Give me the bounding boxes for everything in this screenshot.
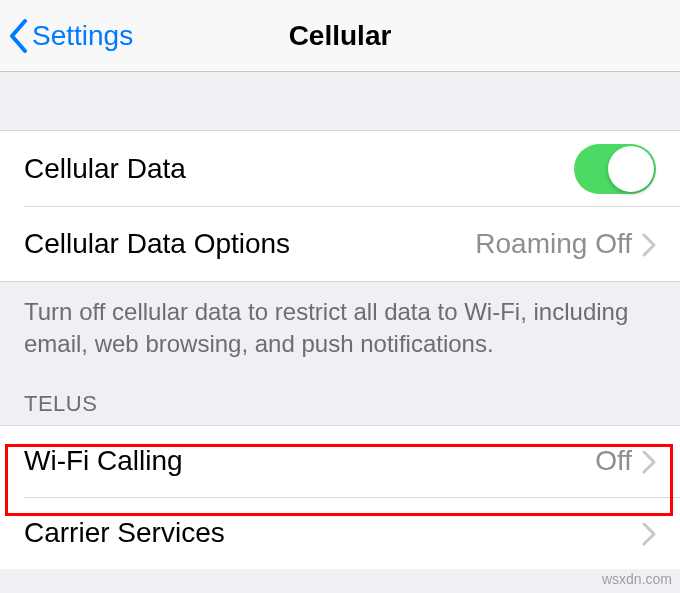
cellular-data-options-row[interactable]: Cellular Data Options Roaming Off	[0, 206, 680, 282]
wifi-calling-row[interactable]: Wi-Fi Calling Off	[0, 425, 680, 497]
cellular-data-label: Cellular Data	[24, 153, 186, 185]
chevron-right-icon	[642, 521, 656, 545]
cellular-data-options-label: Cellular Data Options	[24, 228, 290, 260]
switch-knob	[608, 146, 654, 192]
cellular-data-options-value: Roaming Off	[475, 228, 632, 260]
watermark: wsxdn.com	[602, 571, 672, 587]
cell-right	[642, 521, 656, 545]
cell-right: Off	[595, 445, 656, 477]
wifi-calling-label: Wi-Fi Calling	[24, 445, 183, 477]
cellular-data-row[interactable]: Cellular Data	[0, 130, 680, 206]
wifi-calling-value: Off	[595, 445, 632, 477]
group-footer-text: Turn off cellular data to restrict all d…	[0, 282, 680, 361]
group-spacer	[0, 72, 680, 130]
page-title: Cellular	[289, 20, 392, 52]
chevron-right-icon	[642, 232, 656, 256]
back-button[interactable]: Settings	[0, 19, 133, 53]
cell-right: Roaming Off	[475, 228, 656, 260]
section-header-telus: TELUS	[0, 361, 680, 425]
carrier-services-row[interactable]: Carrier Services	[0, 497, 680, 569]
carrier-services-label: Carrier Services	[24, 517, 225, 549]
chevron-right-icon	[642, 449, 656, 473]
navigation-bar: Settings Cellular	[0, 0, 680, 72]
chevron-left-icon	[8, 19, 28, 53]
cellular-data-switch[interactable]	[574, 144, 656, 194]
back-label: Settings	[32, 20, 133, 52]
